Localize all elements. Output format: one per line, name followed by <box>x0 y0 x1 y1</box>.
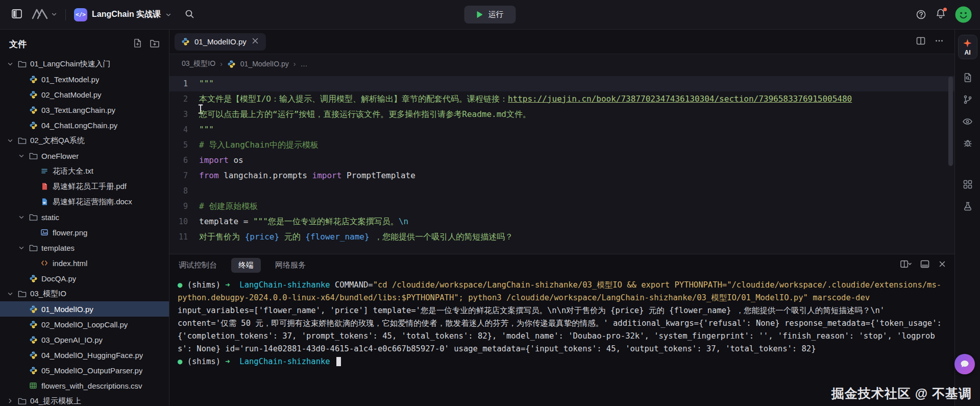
code-line[interactable]: 7from langchain.prompts import PromptTem… <box>169 168 954 183</box>
tree-item[interactable]: templates <box>0 240 169 255</box>
chevron-down-icon[interactable] <box>6 137 14 144</box>
breadcrumb-item[interactable]: 01_ModelIO.py <box>240 60 289 68</box>
tree-item[interactable]: DocQA.py <box>0 271 169 286</box>
tree-item[interactable]: 04_ModelIO_HuggingFace.py <box>0 347 169 363</box>
code-line[interactable]: 6import os <box>169 153 954 168</box>
file-explorer: 文件 01_LangChain快速入门01_TextModel.py02_Cha… <box>0 30 169 406</box>
help-icon[interactable] <box>916 9 926 20</box>
tree-item[interactable]: 花语大全.txt <box>0 163 169 179</box>
tree-item[interactable]: 02_ChatModel.py <box>0 87 169 102</box>
tree-item[interactable]: OneFlower <box>0 148 169 163</box>
terminal-text: (shims) <box>187 357 226 366</box>
panel-tab-network-service[interactable]: 网络服务 <box>274 258 307 273</box>
watermark: 掘金技术社区 @ 不基调 <box>831 385 972 402</box>
tree-item[interactable]: 易速鲜花员工手册.pdf <box>0 179 169 194</box>
tree-item[interactable]: 01_TextModel.py <box>0 71 169 87</box>
debug-bug-icon[interactable] <box>963 138 973 149</box>
terminal-text: (shims) <box>187 280 226 290</box>
tree-item[interactable]: 01_LangChain快速入门 <box>0 56 169 71</box>
split-terminal-button[interactable] <box>900 259 912 271</box>
editor-scrollbar[interactable] <box>948 77 953 166</box>
editor-tab[interactable]: 01_ModelIO.py <box>175 33 266 51</box>
code-line[interactable]: 4""" <box>169 122 954 137</box>
avatar[interactable] <box>955 6 972 23</box>
panel-tab-debug-console[interactable]: 调试控制台 <box>178 258 218 273</box>
ai-assistant-button[interactable]: AI <box>958 35 977 59</box>
tree-item[interactable]: 05_ModelIO_OutputParser.py <box>0 363 169 378</box>
support-float-button[interactable] <box>954 354 975 374</box>
editor-more-button[interactable] <box>934 36 944 48</box>
run-button-label: 运行 <box>488 10 504 19</box>
breadcrumb-item[interactable]: 03_模型IO <box>182 59 215 68</box>
py-file-icon <box>29 366 38 375</box>
chevron-down-icon[interactable] <box>6 60 14 67</box>
tree-item[interactable]: 02_文档QA系统 <box>0 133 169 148</box>
close-panel-button[interactable] <box>938 260 946 270</box>
chevron-down-icon[interactable] <box>17 244 25 251</box>
breadcrumb-item[interactable]: … <box>300 60 307 68</box>
run-button[interactable]: 运行 <box>464 6 516 23</box>
chevron-down-icon[interactable] <box>6 290 14 297</box>
test-flask-icon[interactable] <box>963 201 973 211</box>
preview-eye-icon[interactable] <box>962 116 973 127</box>
tree-item[interactable]: index.html <box>0 255 169 271</box>
tree-item[interactable]: flower.png <box>0 225 169 240</box>
tree-item[interactable]: 易速鲜花运营指南.docx <box>0 194 169 209</box>
tree-item[interactable]: 03_OpenAI_IO.py <box>0 332 169 347</box>
notifications-button[interactable] <box>936 8 946 21</box>
close-tab-icon[interactable] <box>251 37 259 47</box>
code-line[interactable]: 5# 导入LangChain中的提示模板 <box>169 137 954 153</box>
code-text: # 创建原始模板 <box>199 199 258 214</box>
code-editor[interactable]: 1"""2本文件是【模型I/O：输入提示、调用模型、解析输出】章节的配套代码。课… <box>169 74 954 254</box>
new-file-button[interactable] <box>133 38 142 50</box>
code-line[interactable]: 9# 创建原始模板 <box>169 199 954 214</box>
topbar-divider <box>65 9 66 20</box>
panel-layout-button[interactable] <box>920 259 930 271</box>
tree-item[interactable]: flowers_with_descriptions.csv <box>0 378 169 393</box>
file-tree: 01_LangChain快速入门01_TextModel.py02_ChatMo… <box>0 55 169 406</box>
code-line[interactable]: 3您可以点击最上方的“运行”按钮，直接运行该文件。更多操作指引请参考Readme… <box>169 107 954 122</box>
search-icon <box>184 9 194 21</box>
chevron-right-icon[interactable] <box>6 397 14 404</box>
split-terminal-icon <box>900 259 912 271</box>
project-switcher[interactable]: </> LangChain 实战课 <box>74 8 172 21</box>
breadcrumb-separator: › <box>293 60 296 68</box>
html-file-icon <box>40 259 49 267</box>
tree-item-label: 03_TextLangChain.py <box>41 106 115 114</box>
extensions-grid-icon[interactable] <box>963 179 973 189</box>
tree-item[interactable]: static <box>0 209 169 225</box>
code-line[interactable]: 10template = """您是一位专业的鲜花店文案撰写员。\n <box>169 214 954 229</box>
chevron-down-icon[interactable] <box>17 152 25 159</box>
git-branch-icon[interactable] <box>963 94 973 105</box>
tree-item[interactable]: 03_模型IO <box>0 286 169 301</box>
tree-item[interactable]: 01_ModelIO.py <box>0 301 169 317</box>
topbar-right <box>916 6 972 23</box>
pdf-file-icon <box>40 182 49 190</box>
chevron-down-icon[interactable] <box>17 213 25 221</box>
txt-file-icon <box>40 167 49 175</box>
panel-tab-terminal[interactable]: 终端 <box>231 258 261 273</box>
chevron-down-icon <box>51 10 57 19</box>
code-line[interactable]: 8 <box>169 183 954 199</box>
tree-item[interactable]: 04_ChatLongChain.py <box>0 117 169 133</box>
tree-item-label: templates <box>41 244 75 252</box>
tree-item-label: 04_ChatLongChain.py <box>41 121 117 130</box>
split-editor-button[interactable] <box>916 36 926 48</box>
new-folder-button[interactable] <box>150 38 160 50</box>
line-number: 6 <box>169 153 199 168</box>
file-search-icon[interactable] <box>963 73 973 83</box>
panel-header: 调试控制台终端网络服务 <box>169 254 954 276</box>
workspace-menu[interactable] <box>32 8 57 21</box>
code-line[interactable]: 11对于售价为 {price} 元的 {flower_name} ，您能提供一个… <box>169 229 954 245</box>
play-icon <box>477 11 483 18</box>
tree-item[interactable]: 02_ModelIO_LoopCall.py <box>0 317 169 332</box>
line-number: 11 <box>169 229 199 245</box>
code-line[interactable]: 1""" <box>169 76 954 91</box>
breadcrumb-separator: › <box>220 60 223 68</box>
tree-item[interactable]: 04_提示模板上 <box>0 393 169 406</box>
tree-item[interactable]: 03_TextLangChain.py <box>0 102 169 117</box>
code-line[interactable]: 2本文件是【模型I/O：输入提示、调用模型、解析输出】章节的配套代码。课程链接：… <box>169 91 954 107</box>
code-text: # 导入LangChain中的提示模板 <box>199 137 318 153</box>
sidebar-toggle-button[interactable] <box>8 6 26 23</box>
global-search-button[interactable] <box>181 6 198 23</box>
